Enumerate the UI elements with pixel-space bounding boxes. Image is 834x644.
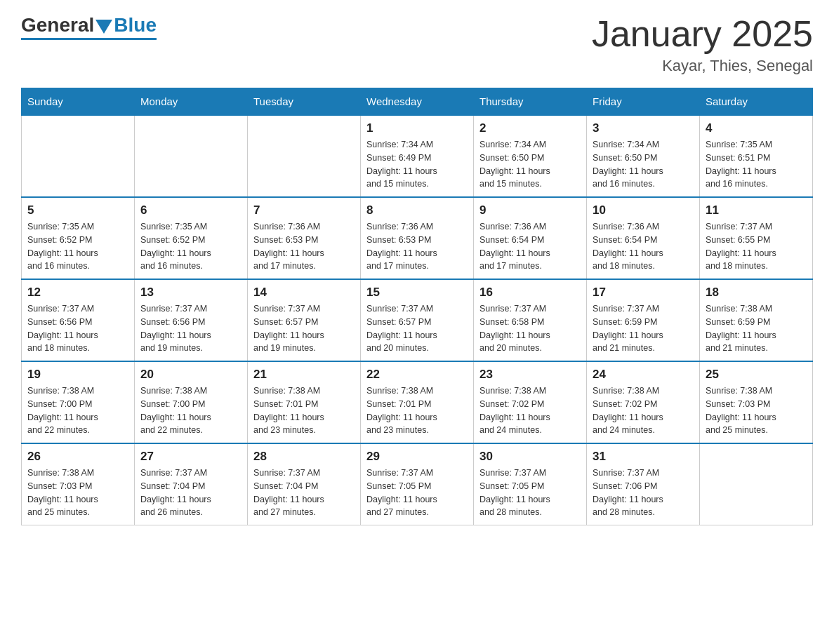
day-info-27: Sunrise: 7:37 AMSunset: 7:04 PMDaylight:… bbox=[140, 467, 241, 519]
empty-cell bbox=[22, 115, 135, 197]
day-cell-22: 22Sunrise: 7:38 AMSunset: 7:01 PMDayligh… bbox=[361, 361, 474, 443]
logo-general-text: General bbox=[21, 14, 94, 36]
day-header-tuesday: Tuesday bbox=[248, 88, 361, 116]
day-number-22: 22 bbox=[366, 368, 468, 382]
day-cell-6: 6Sunrise: 7:35 AMSunset: 6:52 PMDaylight… bbox=[135, 197, 248, 279]
day-number-4: 4 bbox=[706, 121, 807, 135]
day-cell-14: 14Sunrise: 7:37 AMSunset: 6:57 PMDayligh… bbox=[248, 279, 361, 361]
day-info-28: Sunrise: 7:37 AMSunset: 7:04 PMDaylight:… bbox=[253, 467, 355, 519]
day-info-7: Sunrise: 7:36 AMSunset: 6:53 PMDaylight:… bbox=[253, 220, 355, 273]
day-cell-26: 26Sunrise: 7:38 AMSunset: 7:03 PMDayligh… bbox=[22, 443, 135, 525]
day-info-9: Sunrise: 7:36 AMSunset: 6:54 PMDaylight:… bbox=[479, 220, 581, 273]
day-info-17: Sunrise: 7:37 AMSunset: 6:59 PMDaylight:… bbox=[593, 302, 694, 355]
day-info-22: Sunrise: 7:38 AMSunset: 7:01 PMDaylight:… bbox=[366, 384, 468, 437]
day-cell-9: 9Sunrise: 7:36 AMSunset: 6:54 PMDaylight… bbox=[474, 197, 587, 279]
empty-cell bbox=[135, 115, 248, 197]
day-info-19: Sunrise: 7:38 AMSunset: 7:00 PMDaylight:… bbox=[27, 384, 128, 437]
day-number-10: 10 bbox=[593, 203, 694, 217]
day-number-23: 23 bbox=[479, 368, 581, 382]
day-info-5: Sunrise: 7:35 AMSunset: 6:52 PMDaylight:… bbox=[27, 220, 128, 273]
day-cell-29: 29Sunrise: 7:37 AMSunset: 7:05 PMDayligh… bbox=[361, 443, 474, 525]
day-cell-31: 31Sunrise: 7:37 AMSunset: 7:06 PMDayligh… bbox=[587, 443, 700, 525]
day-info-31: Sunrise: 7:37 AMSunset: 7:06 PMDaylight:… bbox=[593, 467, 694, 519]
day-number-13: 13 bbox=[140, 286, 241, 300]
day-cell-15: 15Sunrise: 7:37 AMSunset: 6:57 PMDayligh… bbox=[361, 279, 474, 361]
day-cell-12: 12Sunrise: 7:37 AMSunset: 6:56 PMDayligh… bbox=[22, 279, 135, 361]
week-row-3: 12Sunrise: 7:37 AMSunset: 6:56 PMDayligh… bbox=[22, 279, 813, 361]
day-cell-24: 24Sunrise: 7:38 AMSunset: 7:02 PMDayligh… bbox=[587, 361, 700, 443]
day-number-29: 29 bbox=[366, 450, 468, 464]
day-info-23: Sunrise: 7:38 AMSunset: 7:02 PMDaylight:… bbox=[479, 384, 581, 437]
day-header-thursday: Thursday bbox=[474, 88, 587, 116]
day-info-20: Sunrise: 7:38 AMSunset: 7:00 PMDaylight:… bbox=[140, 384, 241, 437]
week-row-1: 1Sunrise: 7:34 AMSunset: 6:49 PMDaylight… bbox=[22, 115, 813, 197]
day-cell-2: 2Sunrise: 7:34 AMSunset: 6:50 PMDaylight… bbox=[474, 115, 587, 197]
day-info-3: Sunrise: 7:34 AMSunset: 6:50 PMDaylight:… bbox=[593, 138, 694, 191]
day-number-8: 8 bbox=[366, 203, 468, 217]
day-info-21: Sunrise: 7:38 AMSunset: 7:01 PMDaylight:… bbox=[253, 384, 355, 437]
day-info-12: Sunrise: 7:37 AMSunset: 6:56 PMDaylight:… bbox=[27, 302, 128, 355]
day-cell-3: 3Sunrise: 7:34 AMSunset: 6:50 PMDaylight… bbox=[587, 115, 700, 197]
day-number-14: 14 bbox=[253, 286, 355, 300]
day-number-26: 26 bbox=[27, 450, 128, 464]
day-info-14: Sunrise: 7:37 AMSunset: 6:57 PMDaylight:… bbox=[253, 302, 355, 355]
day-cell-11: 11Sunrise: 7:37 AMSunset: 6:55 PMDayligh… bbox=[700, 197, 813, 279]
week-row-5: 26Sunrise: 7:38 AMSunset: 7:03 PMDayligh… bbox=[22, 443, 813, 525]
logo: General Blue bbox=[21, 14, 157, 40]
logo-blue-text: Blue bbox=[114, 14, 157, 36]
day-number-3: 3 bbox=[593, 121, 694, 135]
day-info-26: Sunrise: 7:38 AMSunset: 7:03 PMDaylight:… bbox=[27, 467, 128, 519]
day-cell-20: 20Sunrise: 7:38 AMSunset: 7:00 PMDayligh… bbox=[135, 361, 248, 443]
day-info-30: Sunrise: 7:37 AMSunset: 7:05 PMDaylight:… bbox=[479, 467, 581, 519]
week-row-4: 19Sunrise: 7:38 AMSunset: 7:00 PMDayligh… bbox=[22, 361, 813, 443]
day-cell-25: 25Sunrise: 7:38 AMSunset: 7:03 PMDayligh… bbox=[700, 361, 813, 443]
day-number-16: 16 bbox=[479, 286, 581, 300]
day-number-9: 9 bbox=[479, 203, 581, 217]
day-cell-7: 7Sunrise: 7:36 AMSunset: 6:53 PMDaylight… bbox=[248, 197, 361, 279]
day-number-6: 6 bbox=[140, 203, 241, 217]
day-cell-13: 13Sunrise: 7:37 AMSunset: 6:56 PMDayligh… bbox=[135, 279, 248, 361]
day-info-10: Sunrise: 7:36 AMSunset: 6:54 PMDaylight:… bbox=[593, 220, 694, 273]
day-header-saturday: Saturday bbox=[700, 88, 813, 116]
calendar-subtitle: Kayar, Thies, Senegal bbox=[592, 57, 813, 75]
day-cell-19: 19Sunrise: 7:38 AMSunset: 7:00 PMDayligh… bbox=[22, 361, 135, 443]
day-number-2: 2 bbox=[479, 121, 581, 135]
day-number-27: 27 bbox=[140, 450, 241, 464]
day-cell-23: 23Sunrise: 7:38 AMSunset: 7:02 PMDayligh… bbox=[474, 361, 587, 443]
day-number-30: 30 bbox=[479, 450, 581, 464]
day-info-25: Sunrise: 7:38 AMSunset: 7:03 PMDaylight:… bbox=[706, 384, 807, 437]
day-cell-28: 28Sunrise: 7:37 AMSunset: 7:04 PMDayligh… bbox=[248, 443, 361, 525]
calendar-title: January 2025 bbox=[592, 14, 813, 54]
day-info-4: Sunrise: 7:35 AMSunset: 6:51 PMDaylight:… bbox=[706, 138, 807, 191]
day-number-1: 1 bbox=[366, 121, 468, 135]
page-header: General Blue January 2025 Kayar, Thies, … bbox=[21, 14, 813, 75]
day-cell-21: 21Sunrise: 7:38 AMSunset: 7:01 PMDayligh… bbox=[248, 361, 361, 443]
day-header-wednesday: Wednesday bbox=[361, 88, 474, 116]
day-number-18: 18 bbox=[706, 286, 807, 300]
day-info-13: Sunrise: 7:37 AMSunset: 6:56 PMDaylight:… bbox=[140, 302, 241, 355]
day-number-28: 28 bbox=[253, 450, 355, 464]
day-info-6: Sunrise: 7:35 AMSunset: 6:52 PMDaylight:… bbox=[140, 220, 241, 273]
day-cell-27: 27Sunrise: 7:37 AMSunset: 7:04 PMDayligh… bbox=[135, 443, 248, 525]
day-number-12: 12 bbox=[27, 286, 128, 300]
day-cell-18: 18Sunrise: 7:38 AMSunset: 6:59 PMDayligh… bbox=[700, 279, 813, 361]
calendar-table: SundayMondayTuesdayWednesdayThursdayFrid… bbox=[21, 88, 813, 525]
day-cell-10: 10Sunrise: 7:36 AMSunset: 6:54 PMDayligh… bbox=[587, 197, 700, 279]
day-info-2: Sunrise: 7:34 AMSunset: 6:50 PMDaylight:… bbox=[479, 138, 581, 191]
day-info-24: Sunrise: 7:38 AMSunset: 7:02 PMDaylight:… bbox=[593, 384, 694, 437]
empty-cell bbox=[700, 443, 813, 525]
day-cell-8: 8Sunrise: 7:36 AMSunset: 6:53 PMDaylight… bbox=[361, 197, 474, 279]
day-cell-5: 5Sunrise: 7:35 AMSunset: 6:52 PMDaylight… bbox=[22, 197, 135, 279]
title-area: January 2025 Kayar, Thies, Senegal bbox=[592, 14, 813, 75]
day-cell-30: 30Sunrise: 7:37 AMSunset: 7:05 PMDayligh… bbox=[474, 443, 587, 525]
day-number-21: 21 bbox=[253, 368, 355, 382]
day-info-11: Sunrise: 7:37 AMSunset: 6:55 PMDaylight:… bbox=[706, 220, 807, 273]
day-cell-1: 1Sunrise: 7:34 AMSunset: 6:49 PMDaylight… bbox=[361, 115, 474, 197]
day-info-29: Sunrise: 7:37 AMSunset: 7:05 PMDaylight:… bbox=[366, 467, 468, 519]
day-header-sunday: Sunday bbox=[22, 88, 135, 116]
day-cell-16: 16Sunrise: 7:37 AMSunset: 6:58 PMDayligh… bbox=[474, 279, 587, 361]
day-header-monday: Monday bbox=[135, 88, 248, 116]
day-cell-17: 17Sunrise: 7:37 AMSunset: 6:59 PMDayligh… bbox=[587, 279, 700, 361]
empty-cell bbox=[248, 115, 361, 197]
logo-underline bbox=[21, 38, 157, 40]
